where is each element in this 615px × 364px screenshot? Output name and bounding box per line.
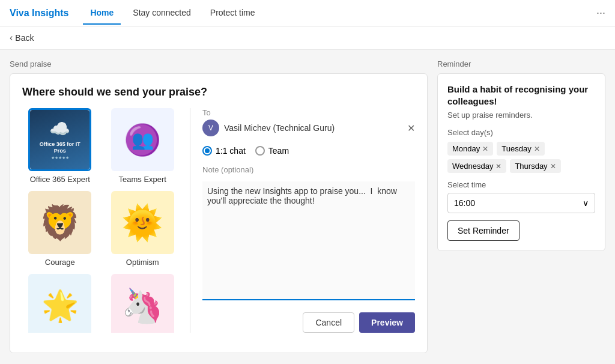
badge-inclusive-img: 🌟 xyxy=(28,274,91,333)
app-title: Viva Insights xyxy=(10,8,68,19)
chat-label: 1:1 chat xyxy=(216,146,246,156)
team-option[interactable]: Team xyxy=(255,146,289,156)
badge-optimism[interactable]: 🌞 Optimism xyxy=(105,191,181,267)
unicorn-icon: 🦄 xyxy=(121,286,163,326)
badge-teams-label: Teams Expert xyxy=(119,175,166,184)
badge-office365[interactable]: ☁️ Office 365 for IT Pros ★★★★★ Office 3… xyxy=(22,108,98,184)
badge-inclusive[interactable]: 🌟 Inclusive xyxy=(22,274,98,333)
team-label: Team xyxy=(268,146,289,156)
praise-card: Where should we send your praise? ☁️ Off… xyxy=(10,73,428,353)
channel-select: 1:1 chat Team xyxy=(202,146,415,156)
chat-option[interactable]: 1:1 chat xyxy=(202,146,246,156)
back-label: Back xyxy=(15,33,34,43)
top-nav: Viva Insights Home Stay connected Protec… xyxy=(0,0,615,26)
back-button[interactable]: ‹ Back xyxy=(10,32,34,43)
cancel-button[interactable]: Cancel xyxy=(303,312,354,333)
main-content: Send praise Where should we send your pr… xyxy=(0,50,615,363)
monday-label: Monday xyxy=(452,144,480,153)
form-actions: Cancel Preview xyxy=(202,312,415,333)
team-radio[interactable] xyxy=(255,146,265,156)
remove-tuesday-button[interactable]: ✕ xyxy=(534,145,540,153)
day-tag-thursday: Thursday ✕ xyxy=(510,159,560,173)
reminder-card: Build a habit of recognising your collea… xyxy=(437,73,605,251)
day-tag-monday: Monday ✕ xyxy=(447,142,493,156)
nav-home[interactable]: Home xyxy=(83,2,121,25)
avatar: V xyxy=(202,120,219,136)
note-label: Note (optional) xyxy=(202,165,415,174)
chat-radio[interactable] xyxy=(202,146,212,156)
nav-stay-connected[interactable]: Stay connected xyxy=(126,2,198,25)
reminder-title: Build a habit of recognising your collea… xyxy=(447,83,595,107)
breadcrumb: ‹ Back xyxy=(0,26,615,50)
praise-content: ☁️ Office 365 for IT Pros ★★★★★ Office 3… xyxy=(22,108,415,333)
reminder-panel: Reminder Build a habit of recognising yo… xyxy=(437,59,605,354)
remove-monday-button[interactable]: ✕ xyxy=(482,145,488,153)
sun-icon: 🌞 xyxy=(121,203,163,243)
tuesday-label: Tuesday xyxy=(501,144,531,153)
badge-teams[interactable]: 🟣 👥 Teams Expert xyxy=(105,108,181,184)
send-praise-label: Send praise xyxy=(10,59,428,68)
more-menu-button[interactable]: ··· xyxy=(596,7,605,19)
nav-links: Home Stay connected Protect time xyxy=(83,2,262,25)
day-tag-tuesday: Tuesday ✕ xyxy=(497,142,544,156)
time-value: 16:00 xyxy=(454,198,475,208)
to-section: To V Vasil Michev (Technical Guru) ✕ xyxy=(202,108,415,136)
office-badge-content: ☁️ Office 365 for IT Pros ★★★★★ xyxy=(30,110,89,169)
remove-thursday-button[interactable]: ✕ xyxy=(550,162,556,171)
stars-icon: 🌟 xyxy=(41,288,79,323)
badge-courage[interactable]: 🦁 Courage xyxy=(22,191,98,267)
nav-protect-time[interactable]: Protect time xyxy=(203,2,262,25)
wednesday-label: Wednesday xyxy=(452,162,493,171)
preview-button[interactable]: Preview xyxy=(359,312,415,333)
clear-recipient-button[interactable]: ✕ xyxy=(407,123,415,134)
badge-optimism-label: Optimism xyxy=(126,258,159,267)
badge-grid: ☁️ Office 365 for IT Pros ★★★★★ Office 3… xyxy=(22,108,190,333)
lion-icon: 🦁 xyxy=(39,203,81,243)
badge-office365-label: Office 365 Expert xyxy=(30,175,90,184)
badge-awesome[interactable]: 🦄 Awesome xyxy=(105,274,181,333)
praise-form: To V Vasil Michev (Technical Guru) ✕ 1:1… xyxy=(190,108,415,333)
reminder-subtitle: Set up praise reminders. xyxy=(447,111,595,120)
days-label: Select day(s) xyxy=(447,128,595,137)
badge-optimism-img: 🌞 xyxy=(111,191,174,254)
note-textarea[interactable]: Using the new Insights app to praise you… xyxy=(202,181,415,300)
teams-icon2: 👥 xyxy=(132,129,154,150)
badge-awesome-img: 🦄 xyxy=(111,274,174,333)
remove-wednesday-button[interactable]: ✕ xyxy=(495,162,501,171)
back-arrow-icon: ‹ xyxy=(10,32,13,43)
praise-card-title: Where should we send your praise? xyxy=(22,86,415,99)
badge-courage-label: Courage xyxy=(45,258,75,267)
reminder-label: Reminder xyxy=(437,59,605,68)
time-label: Select time xyxy=(447,180,595,189)
time-select[interactable]: 16:00 ∨ xyxy=(447,193,595,213)
to-label: To xyxy=(202,108,415,117)
chevron-down-icon: ∨ xyxy=(583,198,589,208)
badge-office365-img: ☁️ Office 365 for IT Pros ★★★★★ xyxy=(28,108,91,171)
badge-courage-img: 🦁 xyxy=(28,191,91,254)
send-praise-panel: Send praise Where should we send your pr… xyxy=(10,59,428,354)
badge-teams-img: 🟣 👥 xyxy=(111,108,174,171)
thursday-label: Thursday xyxy=(515,162,547,171)
set-reminder-button[interactable]: Set Reminder xyxy=(447,220,520,241)
to-row: V Vasil Michev (Technical Guru) ✕ xyxy=(202,120,415,136)
day-tag-wednesday: Wednesday ✕ xyxy=(447,159,506,173)
days-tags: Monday ✕ Tuesday ✕ Wednesday ✕ Thursday … xyxy=(447,142,595,173)
recipient-name: Vasil Michev (Technical Guru) xyxy=(224,123,402,133)
